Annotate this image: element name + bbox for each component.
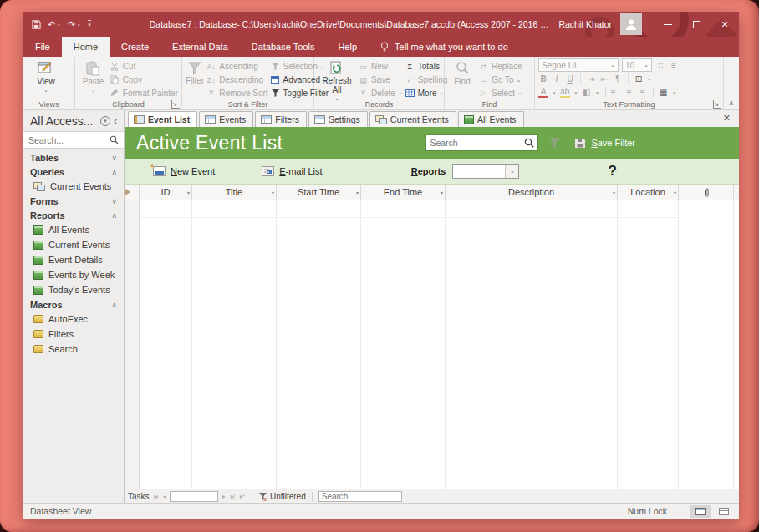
font-size-combo[interactable]: 10 ⌄	[622, 58, 652, 72]
shutter-bar-close-icon[interactable]: ‹	[114, 115, 119, 127]
datasheet-view-button[interactable]	[690, 505, 711, 518]
bullets-icon[interactable]: ∷	[655, 61, 665, 70]
current-record-box[interactable]	[170, 491, 218, 502]
nav-item-report-event-details[interactable]: Event Details	[23, 252, 124, 267]
nav-item-macro-autoexec[interactable]: AutoExec	[23, 312, 124, 327]
totals-button[interactable]: Σ Totals	[405, 61, 448, 73]
align-left-icon[interactable]: ≡	[611, 88, 621, 97]
nav-section-forms[interactable]: Forms∨	[23, 194, 124, 208]
copy-button[interactable]: Copy	[110, 74, 178, 86]
record-search-input[interactable]	[318, 491, 402, 502]
doc-tab-filters[interactable]: Filters	[255, 111, 307, 127]
paste-button[interactable]: Paste ⌄	[79, 58, 108, 99]
select-all-cell[interactable]	[125, 185, 140, 200]
first-record-button[interactable]: |◂	[152, 493, 159, 500]
column-header-start-time[interactable]: Start Time▾	[277, 185, 361, 200]
underline-button[interactable]: U	[565, 74, 575, 84]
replace-button[interactable]: ⇄ Replace	[478, 61, 522, 73]
goto-button[interactable]: → Go To ⌄	[478, 74, 522, 86]
nav-section-reports[interactable]: Reports∧	[23, 208, 124, 222]
undo-button[interactable]: ↶⌄	[48, 19, 61, 30]
column-header-description[interactable]: Description▾	[446, 185, 618, 200]
nav-search-box[interactable]	[23, 131, 124, 149]
numbering-icon[interactable]: ≡	[669, 61, 679, 70]
refresh-all-button[interactable]: Refresh All ⌄	[318, 58, 356, 99]
ascending-button[interactable]: A↓ Ascending	[206, 61, 267, 73]
doc-tab-current-events[interactable]: Current Events	[369, 111, 456, 127]
tell-me-box[interactable]: Tell me what you want to do	[369, 37, 520, 57]
next-record-button[interactable]: ▸	[221, 493, 227, 500]
font-color-button[interactable]: A	[538, 87, 548, 98]
doc-tab-settings[interactable]: Settings	[308, 111, 368, 127]
nav-item-report-events-by-week[interactable]: Events by Week	[23, 267, 124, 282]
nav-item-report-current-events[interactable]: Current Events	[23, 237, 124, 252]
align-center-icon[interactable]: ≡	[624, 88, 634, 97]
new-event-button[interactable]: New Event	[153, 166, 215, 176]
filter-toggle-button[interactable]: Unfiltered	[258, 492, 306, 501]
email-list-button[interactable]: E-mail List	[262, 166, 322, 176]
column-header-id[interactable]: ID▾	[140, 185, 192, 200]
more-button[interactable]: More ⌄	[405, 87, 448, 99]
nav-item-macro-filters[interactable]: Filters	[23, 327, 124, 342]
bold-button[interactable]: B	[538, 74, 548, 84]
decrease-indent-icon[interactable]: ⇤	[599, 74, 609, 84]
new-record-button[interactable]: ▭ New	[358, 61, 403, 73]
delete-record-button[interactable]: ✕ Delete ⌄	[358, 87, 403, 99]
close-document-icon[interactable]: ✕	[723, 113, 731, 124]
last-record-button[interactable]: ▸|	[229, 493, 236, 500]
redo-button[interactable]: ↷⌄	[68, 19, 81, 30]
nav-item-macro-search[interactable]: Search	[23, 342, 124, 357]
increase-indent-icon[interactable]: ⇥	[586, 74, 596, 84]
font-name-combo[interactable]: Segoe UI ⌄	[538, 58, 619, 72]
doc-tab-all-events[interactable]: All Events	[458, 111, 524, 127]
italic-button[interactable]: I	[552, 74, 562, 84]
save-icon[interactable]	[32, 20, 41, 29]
view-button[interactable]: View ⌄	[27, 58, 65, 99]
remove-sort-button[interactable]: ✕ Remove Sort	[206, 87, 267, 99]
save-record-button[interactable]: ▤ Save	[358, 74, 403, 86]
gridlines-icon[interactable]: ⊞	[634, 74, 644, 84]
column-header-location[interactable]: Location▾	[618, 185, 679, 200]
reports-combo[interactable]: ⌄	[452, 164, 519, 179]
column-header-end-time[interactable]: End Time▾	[361, 185, 446, 200]
tab-create[interactable]: Create	[110, 37, 160, 57]
nav-pane-menu-icon[interactable]: ▾	[100, 116, 110, 126]
find-button[interactable]: Find	[448, 58, 476, 99]
collapse-ribbon-button[interactable]: ∧	[728, 99, 734, 107]
avatar[interactable]	[620, 13, 642, 35]
save-filter-button[interactable]: Save Filter	[574, 138, 635, 149]
descending-button[interactable]: Z↓ Descending	[206, 74, 267, 86]
close-button[interactable]: ×	[711, 12, 739, 37]
form-search-box[interactable]	[425, 134, 538, 151]
tab-help[interactable]: Help	[326, 37, 369, 57]
column-header-attachment[interactable]	[679, 185, 734, 200]
paragraph-direction-icon[interactable]: ¶	[613, 74, 623, 84]
spelling-button[interactable]: ✓ Spelling	[405, 74, 448, 86]
highlight-button[interactable]: ab	[560, 87, 570, 98]
help-icon[interactable]: ?	[609, 163, 617, 180]
nav-section-tables[interactable]: Tables∨	[23, 150, 124, 165]
tab-file[interactable]: File	[23, 37, 62, 57]
nav-section-queries[interactable]: Queries∧	[23, 165, 124, 179]
doc-tab-events[interactable]: Events	[199, 111, 253, 127]
tab-database-tools[interactable]: Database Tools	[240, 37, 327, 57]
select-button[interactable]: ▷ Select ⌄	[478, 87, 522, 99]
maximize-button[interactable]	[682, 12, 711, 37]
column-header-title[interactable]: Title▾	[192, 185, 277, 200]
filter-funnel-icon[interactable]	[548, 137, 561, 149]
new-record-button[interactable]: ▸*	[238, 493, 246, 500]
cut-button[interactable]: Cut	[110, 61, 178, 73]
background-fill-button[interactable]: ◧	[582, 88, 592, 97]
doc-tab-event-list[interactable]: Event List	[128, 111, 197, 127]
user-name[interactable]: Rachit Khator	[550, 19, 620, 29]
align-right-icon[interactable]: ≡	[638, 88, 648, 97]
tab-home[interactable]: Home	[62, 37, 110, 57]
nav-search-input[interactable]	[28, 135, 106, 145]
design-view-button[interactable]	[714, 505, 734, 518]
nav-item-report-todays-events[interactable]: Today's Events	[23, 282, 124, 297]
filter-button[interactable]: Filter	[186, 58, 204, 99]
form-search-input[interactable]	[430, 138, 522, 148]
nav-item-query-current-events[interactable]: Current Events	[23, 179, 124, 194]
minimize-button[interactable]	[654, 12, 682, 37]
nav-item-report-all-events[interactable]: All Events	[23, 222, 124, 237]
